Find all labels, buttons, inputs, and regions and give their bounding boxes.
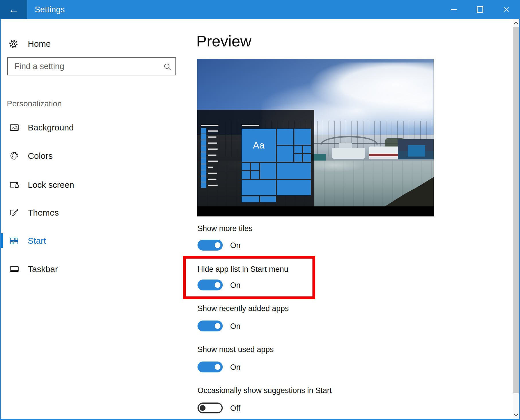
close-button[interactable] <box>493 0 519 19</box>
sidebar-item-start[interactable]: Start <box>0 232 176 250</box>
preview-tile <box>294 129 311 145</box>
scroll-up-button[interactable] <box>513 19 519 26</box>
search-box <box>7 57 176 75</box>
sidebar-item-label: Taskbar <box>28 264 58 274</box>
preview-applist-square <box>201 140 206 146</box>
sidebar-item-taskbar[interactable]: Taskbar <box>0 260 176 278</box>
preview-applist-square <box>201 128 206 134</box>
palette-icon <box>9 151 19 161</box>
maximize-icon <box>477 6 483 13</box>
toggle-state-hide-app-list: On <box>230 281 241 290</box>
scrollbar-thumb[interactable] <box>513 27 519 393</box>
page-title: Preview <box>196 32 251 50</box>
preview-tile <box>260 163 276 179</box>
preview-tile <box>242 196 259 202</box>
preview-applist-line <box>208 136 216 138</box>
preview-blue-building <box>408 145 425 157</box>
maximize-button[interactable] <box>467 0 493 19</box>
preview-tile-aa: Aa <box>242 129 276 162</box>
sidebar-item-label: Lock screen <box>28 180 74 190</box>
preview-applist-square <box>201 152 206 158</box>
highlight-rectangle <box>183 256 315 299</box>
preview-tile <box>294 154 302 162</box>
sidebar-item-home[interactable]: Home <box>0 36 176 52</box>
preview-tile <box>294 146 302 153</box>
gear-icon <box>9 39 18 49</box>
sidebar-item-background[interactable]: Background <box>0 119 176 136</box>
preview-menu-bar <box>242 125 259 126</box>
taskbar-icon <box>9 264 19 274</box>
preview-tile <box>303 154 311 162</box>
back-arrow-icon: ← <box>9 3 19 15</box>
preview-applist-square <box>201 176 206 182</box>
preview-boat-red-stripe <box>369 146 399 159</box>
preview-tile <box>251 171 259 179</box>
themes-icon <box>9 208 19 218</box>
sidebar-item-label: Themes <box>28 208 59 218</box>
chevron-down-icon <box>514 414 518 417</box>
toggle-knob <box>215 364 220 370</box>
toggle-state-show-more-tiles: On <box>230 241 241 250</box>
preview-tile <box>242 163 250 170</box>
preview-applist-line <box>208 155 216 156</box>
scroll-down-button[interactable] <box>513 411 519 419</box>
preview-applist-square <box>201 164 206 170</box>
minimize-icon <box>451 9 457 10</box>
preview-applist-square <box>201 170 206 176</box>
preview-tile <box>260 196 276 202</box>
preview-tile <box>242 171 250 179</box>
preview-applist-line <box>208 179 216 180</box>
preview-tile <box>277 180 311 195</box>
preview-tile <box>277 129 293 145</box>
image-icon <box>9 123 19 132</box>
preview-tile <box>277 146 293 162</box>
chevron-up-icon <box>514 22 518 24</box>
toggle-suggestions[interactable] <box>198 403 223 413</box>
back-button[interactable]: ← <box>0 0 27 19</box>
preview-menu-bar <box>201 125 218 126</box>
preview-applist-line <box>208 149 218 150</box>
preview-tile <box>303 146 311 153</box>
preview-applist-line <box>208 130 218 132</box>
window-title: Settings <box>35 0 65 19</box>
preview-applist-square <box>201 146 206 152</box>
toggle-most-used[interactable] <box>198 362 223 372</box>
start-tiles-icon <box>9 236 19 246</box>
sidebar-item-themes[interactable]: Themes <box>0 204 176 222</box>
sidebar-item-label: Background <box>28 123 74 132</box>
setting-label-hide-app-list: Hide app list in Start menu <box>198 265 288 274</box>
toggle-state-recently-added: On <box>230 322 241 331</box>
sidebar-item-label: Colors <box>28 151 53 161</box>
minimize-button[interactable] <box>440 0 467 19</box>
toggle-state-suggestions: Off <box>230 404 241 413</box>
preview-applist-line <box>208 173 217 174</box>
preview-applist-square <box>201 158 206 164</box>
start-menu-preview-image: Aa <box>197 59 434 216</box>
titlebar: ← Settings <box>0 0 520 19</box>
sidebar-section-label: Personalization <box>7 99 62 108</box>
home-label: Home <box>28 39 51 49</box>
sidebar-item-lock-screen[interactable]: Lock screen <box>0 176 176 194</box>
toggle-knob <box>200 405 206 411</box>
preview-applist-line <box>208 185 218 186</box>
setting-label-recently-added: Show recently added apps <box>198 304 289 313</box>
toggle-show-more-tiles[interactable] <box>198 240 223 251</box>
close-icon <box>503 6 509 13</box>
toggle-hide-app-list[interactable] <box>198 280 223 290</box>
toggle-knob <box>215 282 220 288</box>
preview-applist-line <box>208 142 217 144</box>
preview-applist-square <box>201 134 206 140</box>
sidebar-item-colors[interactable]: Colors <box>0 147 176 165</box>
toggle-recently-added[interactable] <box>198 321 223 331</box>
lock-screen-icon <box>9 180 19 190</box>
settings-window: ← Settings Home <box>0 0 520 420</box>
toggle-knob <box>215 242 220 248</box>
search-input[interactable] <box>8 58 175 75</box>
toggle-state-most-used: On <box>230 363 241 372</box>
toggle-knob <box>215 323 220 329</box>
preview-letterbox-bar <box>197 206 434 216</box>
window-border-left <box>0 19 1 420</box>
setting-label-show-more-tiles: Show more tiles <box>198 224 253 233</box>
preview-tile <box>242 180 276 195</box>
preview-applist-square <box>201 182 206 188</box>
